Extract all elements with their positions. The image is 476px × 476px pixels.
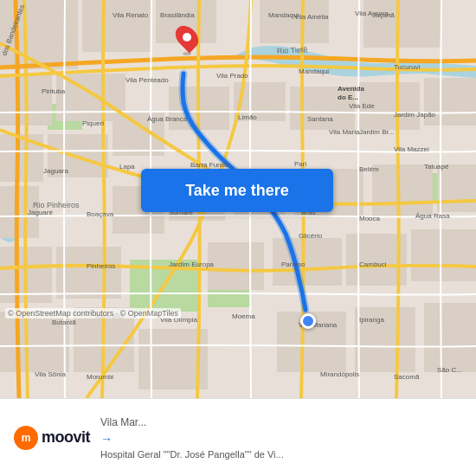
svg-text:Morumbi: Morumbi (87, 373, 113, 381)
svg-text:Jaguara: Jaguara (43, 167, 68, 175)
svg-text:Pinheiros: Pinheiros (87, 262, 115, 270)
moovit-icon: m (14, 426, 38, 450)
svg-text:Jardim Japão: Jardim Japão (394, 111, 436, 119)
take-me-there-button[interactable]: Take me there (141, 169, 333, 212)
destination-pin (177, 24, 196, 55)
svg-text:Vila Maria: Vila Maria (329, 128, 360, 136)
svg-text:Ipiranga: Ipiranga (359, 316, 384, 324)
route-to-label: Hospital Geral ""Dr. José Pangella"" de … (100, 449, 395, 460)
svg-text:Pirituba: Pirituba (42, 87, 66, 95)
svg-rect-8 (260, 0, 329, 43)
svg-text:Mirandópolis: Mirandópolis (320, 370, 359, 378)
svg-text:Vila Amélia: Vila Amélia (294, 13, 329, 21)
svg-text:Vila Prado: Vila Prado (216, 72, 248, 80)
svg-text:São C...: São C... (437, 366, 462, 374)
svg-text:Vila Mazzei: Vila Mazzei (394, 145, 429, 153)
svg-rect-32 (411, 229, 476, 281)
svg-text:Tatuapé: Tatuapé (424, 163, 449, 170)
svg-text:Mooca: Mooca (359, 215, 381, 222)
svg-text:Avenida: Avenida (338, 85, 364, 93)
moovit-brand-name: moovit (42, 428, 90, 447)
svg-rect-28 (56, 247, 121, 299)
svg-rect-9 (363, 0, 441, 48)
svg-text:Água Rasa: Água Rasa (415, 212, 450, 220)
map-attribution: © OpenStreetMap contributors · © OpenMap… (5, 308, 181, 318)
svg-rect-25 (372, 164, 433, 216)
svg-text:Lapa: Lapa (119, 163, 135, 170)
map-container: Rio Pinheiros Rio Tietê Pirituba Vila Pe… (0, 0, 476, 398)
svg-text:Vila Penteado: Vila Penteado (125, 76, 169, 84)
svg-rect-38 (424, 303, 476, 372)
svg-text:Pari: Pari (294, 160, 306, 168)
svg-rect-6 (82, 0, 151, 52)
svg-text:Barra Funda: Barra Funda (190, 161, 229, 169)
svg-text:Brasilândia: Brasilândia (160, 11, 195, 19)
svg-text:Belém: Belém (359, 165, 379, 173)
svg-text:Mandaqui: Mandaqui (299, 68, 329, 75)
svg-rect-29 (208, 242, 264, 290)
route-from-label: Vila Mar... (100, 416, 395, 428)
svg-text:Sacomã: Sacomã (394, 373, 420, 381)
svg-text:Santana: Santana (307, 115, 333, 123)
svg-text:Butantã: Butantã (52, 318, 76, 326)
svg-text:Água Branca: Água Branca (147, 115, 188, 123)
moovit-logo: m moovit (14, 426, 90, 450)
svg-text:do E...: do E... (338, 93, 358, 101)
svg-rect-12 (0, 134, 43, 182)
route-info: Vila Mar... → Hospital Geral ""Dr. José … (90, 416, 462, 460)
svg-text:Cambuci: Cambuci (359, 261, 387, 268)
svg-text:Vila Aurora: Vila Aurora (355, 10, 389, 17)
svg-text:Paraíso: Paraíso (281, 261, 306, 268)
route-arrow-icon: → (100, 432, 452, 446)
svg-text:Vila Sônia: Vila Sônia (35, 370, 66, 378)
svg-text:Rio Tietê: Rio Tietê (277, 45, 308, 55)
svg-text:Piqueri: Piqueri (82, 119, 104, 127)
svg-text:Tucuruvi: Tucuruvi (394, 63, 421, 71)
origin-marker (300, 313, 316, 329)
svg-text:Jaguaré: Jaguaré (28, 209, 53, 216)
svg-text:Vila Renato: Vila Renato (113, 11, 149, 19)
svg-text:Glicério: Glicério (299, 232, 323, 240)
svg-text:Vila Ede: Vila Ede (349, 102, 375, 110)
bottom-bar: m moovit Vila Mar... → Hospital Geral ""… (0, 398, 476, 476)
svg-text:Boaçava: Boaçava (87, 210, 114, 218)
svg-text:Limão: Limão (238, 113, 257, 121)
svg-rect-26 (437, 164, 476, 212)
svg-text:Jardim Europa: Jardim Europa (169, 261, 215, 268)
svg-text:Jardim Br...: Jardim Br... (359, 128, 394, 136)
svg-text:Moema: Moema (232, 312, 255, 320)
